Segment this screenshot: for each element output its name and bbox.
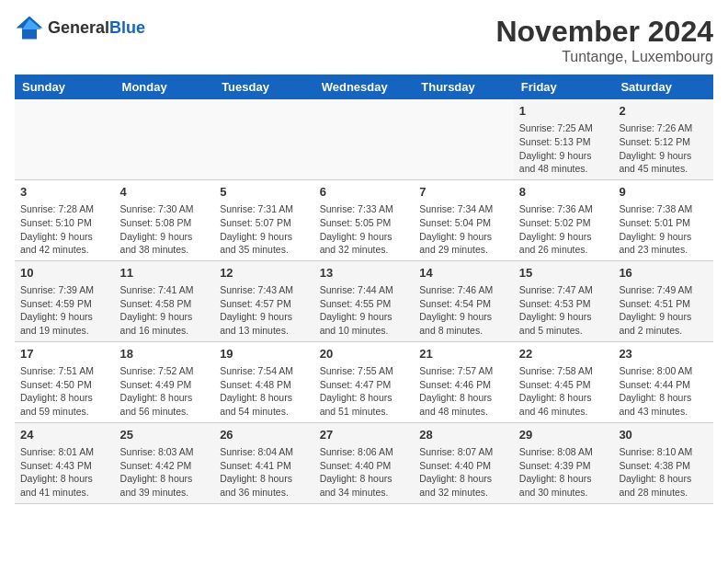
day-info: Sunrise: 8:04 AM — [220, 445, 309, 459]
day-sunset: Sunset: 5:10 PM — [20, 216, 109, 230]
day-cell: 26Sunrise: 8:04 AMSunset: 4:41 PMDayligh… — [214, 422, 314, 503]
day-daylight: Daylight: 8 hours and 39 minutes. — [120, 472, 210, 499]
day-sunset: Sunset: 4:44 PM — [619, 378, 708, 392]
day-number: 13 — [320, 265, 409, 282]
location-title: Tuntange, Luxembourg — [495, 49, 713, 65]
day-cell: 3Sunrise: 7:28 AMSunset: 5:10 PMDaylight… — [15, 179, 115, 260]
day-cell: 23Sunrise: 8:00 AMSunset: 4:44 PMDayligh… — [613, 341, 713, 422]
day-number: 16 — [619, 265, 708, 282]
day-daylight: Daylight: 9 hours and 16 minutes. — [120, 310, 210, 337]
day-info: Sunrise: 7:31 AM — [220, 202, 309, 216]
day-daylight: Daylight: 8 hours and 28 minutes. — [619, 472, 708, 499]
day-sunset: Sunset: 4:45 PM — [519, 378, 609, 392]
header-cell-thursday: Thursday — [414, 75, 514, 99]
day-cell: 28Sunrise: 8:07 AMSunset: 4:40 PMDayligh… — [414, 422, 514, 503]
day-info: Sunrise: 8:03 AM — [120, 445, 210, 459]
day-daylight: Daylight: 8 hours and 32 minutes. — [419, 472, 508, 499]
day-number: 26 — [220, 427, 309, 443]
header: GeneralBlue November 2024 Tuntange, Luxe… — [15, 15, 713, 65]
day-daylight: Daylight: 8 hours and 30 minutes. — [519, 472, 609, 499]
day-daylight: Daylight: 8 hours and 43 minutes. — [619, 391, 708, 418]
day-daylight: Daylight: 8 hours and 46 minutes. — [519, 391, 609, 418]
logo-blue: Blue — [109, 18, 145, 37]
day-number: 15 — [519, 265, 609, 282]
day-cell: 4Sunrise: 7:30 AMSunset: 5:08 PMDaylight… — [115, 179, 215, 260]
day-sunset: Sunset: 4:43 PM — [20, 459, 109, 473]
day-sunset: Sunset: 5:07 PM — [220, 216, 309, 230]
week-row-3: 10Sunrise: 7:39 AMSunset: 4:59 PMDayligh… — [15, 260, 713, 341]
day-number: 9 — [619, 184, 708, 201]
day-number: 25 — [120, 427, 210, 443]
day-sunset: Sunset: 4:59 PM — [20, 297, 109, 311]
day-daylight: Daylight: 8 hours and 54 minutes. — [220, 391, 309, 418]
logo: GeneralBlue — [15, 15, 145, 40]
day-cell: 24Sunrise: 8:01 AMSunset: 4:43 PMDayligh… — [15, 422, 115, 503]
day-cell: 25Sunrise: 8:03 AMSunset: 4:42 PMDayligh… — [115, 422, 215, 503]
day-cell: 2Sunrise: 7:26 AMSunset: 5:12 PMDaylight… — [613, 99, 713, 179]
month-title: November 2024 — [495, 15, 713, 49]
day-info: Sunrise: 7:55 AM — [320, 364, 409, 378]
day-info: Sunrise: 7:34 AM — [419, 202, 508, 216]
day-sunset: Sunset: 4:49 PM — [120, 378, 210, 392]
day-info: Sunrise: 8:00 AM — [619, 364, 708, 378]
day-number: 21 — [419, 346, 508, 362]
header-cell-monday: Monday — [115, 75, 215, 99]
header-cell-tuesday: Tuesday — [214, 75, 314, 99]
day-sunset: Sunset: 5:08 PM — [120, 216, 210, 230]
day-daylight: Daylight: 9 hours and 42 minutes. — [20, 230, 109, 257]
day-sunset: Sunset: 4:46 PM — [419, 378, 508, 392]
day-sunset: Sunset: 5:05 PM — [320, 216, 409, 230]
day-number: 8 — [519, 184, 609, 201]
day-sunset: Sunset: 5:01 PM — [619, 216, 708, 230]
day-sunset: Sunset: 4:51 PM — [619, 297, 708, 311]
day-daylight: Daylight: 9 hours and 10 minutes. — [320, 310, 409, 337]
day-cell: 22Sunrise: 7:58 AMSunset: 4:45 PMDayligh… — [514, 341, 614, 422]
day-sunset: Sunset: 4:39 PM — [519, 459, 609, 473]
day-cell: 30Sunrise: 8:10 AMSunset: 4:38 PMDayligh… — [613, 422, 713, 503]
day-number: 20 — [320, 346, 409, 362]
day-number: 14 — [419, 265, 508, 282]
day-cell: 11Sunrise: 7:41 AMSunset: 4:58 PMDayligh… — [115, 260, 215, 341]
day-daylight: Daylight: 8 hours and 41 minutes. — [20, 472, 109, 499]
day-number: 6 — [320, 184, 409, 201]
day-number: 12 — [220, 265, 309, 282]
day-daylight: Daylight: 9 hours and 45 minutes. — [619, 149, 708, 176]
day-info: Sunrise: 7:36 AM — [519, 202, 609, 216]
day-cell: 12Sunrise: 7:43 AMSunset: 4:57 PMDayligh… — [214, 260, 314, 341]
day-sunset: Sunset: 4:55 PM — [320, 297, 409, 311]
logo-icon — [15, 15, 44, 40]
day-daylight: Daylight: 9 hours and 38 minutes. — [120, 230, 210, 257]
day-cell: 8Sunrise: 7:36 AMSunset: 5:02 PMDaylight… — [514, 179, 614, 260]
day-cell — [15, 99, 115, 179]
day-cell: 14Sunrise: 7:46 AMSunset: 4:54 PMDayligh… — [414, 260, 514, 341]
day-cell: 27Sunrise: 8:06 AMSunset: 4:40 PMDayligh… — [314, 422, 415, 503]
day-info: Sunrise: 7:25 AM — [519, 121, 609, 135]
day-info: Sunrise: 7:49 AM — [619, 283, 708, 297]
day-sunset: Sunset: 5:04 PM — [419, 216, 508, 230]
day-info: Sunrise: 7:38 AM — [619, 202, 708, 216]
day-sunset: Sunset: 4:41 PM — [220, 459, 309, 473]
day-sunset: Sunset: 5:12 PM — [619, 135, 708, 149]
day-number: 4 — [120, 184, 210, 201]
day-number: 28 — [419, 427, 508, 443]
day-daylight: Daylight: 8 hours and 36 minutes. — [220, 472, 309, 499]
day-info: Sunrise: 7:52 AM — [120, 364, 210, 378]
day-number: 17 — [20, 346, 109, 362]
day-daylight: Daylight: 8 hours and 48 minutes. — [419, 391, 508, 418]
day-info: Sunrise: 8:06 AM — [320, 445, 409, 459]
day-cell — [314, 99, 415, 179]
day-daylight: Daylight: 8 hours and 34 minutes. — [320, 472, 409, 499]
day-info: Sunrise: 7:39 AM — [20, 283, 109, 297]
day-daylight: Daylight: 8 hours and 51 minutes. — [320, 391, 409, 418]
day-number: 2 — [619, 103, 708, 120]
day-number: 24 — [20, 427, 109, 443]
day-cell: 21Sunrise: 7:57 AMSunset: 4:46 PMDayligh… — [414, 341, 514, 422]
day-cell: 5Sunrise: 7:31 AMSunset: 5:07 PMDaylight… — [214, 179, 314, 260]
title-area: November 2024 Tuntange, Luxembourg — [495, 15, 713, 65]
day-daylight: Daylight: 9 hours and 29 minutes. — [419, 230, 508, 257]
header-cell-wednesday: Wednesday — [314, 75, 415, 99]
day-sunset: Sunset: 4:48 PM — [220, 378, 309, 392]
logo-general: General — [48, 18, 109, 37]
day-sunset: Sunset: 4:57 PM — [220, 297, 309, 311]
day-cell: 20Sunrise: 7:55 AMSunset: 4:47 PMDayligh… — [314, 341, 415, 422]
